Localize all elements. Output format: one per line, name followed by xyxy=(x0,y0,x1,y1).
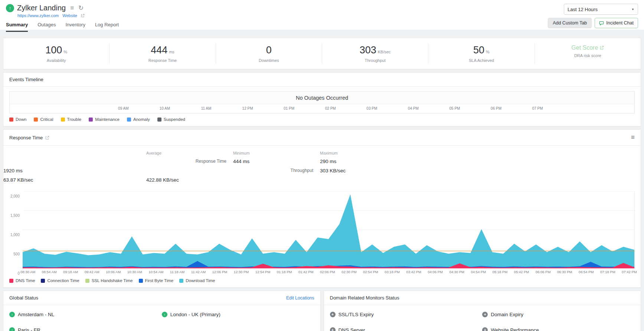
response-time-card: Response Time ≡ AverageMinimumMaximumRes… xyxy=(3,129,641,288)
x-tick-label: 02:06 PM xyxy=(320,270,335,274)
location-name: Paris - FR xyxy=(18,327,40,331)
stat-value-downtimes: 0 xyxy=(216,44,322,56)
legend-swatch xyxy=(89,117,93,122)
legend-item-critical: Critical xyxy=(34,117,53,122)
legend-item-dns-time[interactable]: DNS Time xyxy=(9,278,35,283)
monitor-website-performance[interactable]: +Website Performance xyxy=(482,327,635,331)
outage-timeline-band[interactable]: No Outages Occurred 09 AM10 AM11 AM12 PM… xyxy=(9,91,635,113)
hour-label: 09 AM xyxy=(118,106,128,110)
events-legend: DownCriticalTroubleMaintenanceAnomalySus… xyxy=(3,113,641,126)
stat-value-throughput: 303KB/sec xyxy=(322,44,428,56)
x-tick-label: 07:42 PM xyxy=(622,270,637,274)
status-up-icon: ↑ xyxy=(9,312,15,317)
legend-label: Download Time xyxy=(186,278,215,283)
stat-label: Availability xyxy=(3,58,109,63)
hour-label: 03 PM xyxy=(366,106,377,110)
cell-value: 290 ms xyxy=(320,157,641,166)
hour-label: 05 PM xyxy=(450,106,460,110)
col-header-maximum: Maximum xyxy=(320,149,641,157)
legend-item-suspended: Suspended xyxy=(157,117,185,122)
monitor-name: Domain Expiry xyxy=(491,312,523,317)
locations-grid: ↑Amsterdam - NL↑London - UK (Primary)↑Pa… xyxy=(3,305,320,331)
page-header: ↑ Zylker Landing ≡ ↻ https://www.zylker.… xyxy=(0,0,644,30)
legend-label: Anomaly xyxy=(133,117,150,122)
monitor-name: SSL/TLS Expiry xyxy=(339,312,374,317)
x-tick-label: 05:18 PM xyxy=(493,270,508,274)
expand-chart-icon[interactable] xyxy=(45,136,49,140)
chevron-down-icon: ▼ xyxy=(631,8,634,11)
response-time-table: AverageMinimumMaximumResponse Time444 ms… xyxy=(3,146,641,186)
stat-sla-achieved: 50%SLA Achieved xyxy=(428,43,534,64)
add-custom-tab-button[interactable]: Add Custom Tab xyxy=(548,18,592,28)
stat-value-sla-achieved: 50% xyxy=(428,44,534,56)
legend-item-first-byte-time[interactable]: First Byte Time xyxy=(139,278,174,283)
incident-chat-button[interactable]: Incident Chat xyxy=(595,18,638,28)
chart-menu-icon[interactable]: ≡ xyxy=(631,134,635,141)
stat-unit: % xyxy=(63,50,67,54)
x-tick-label: 09:42 AM xyxy=(85,270,99,274)
x-tick-label: 04:54 PM xyxy=(471,270,486,274)
spacer xyxy=(3,157,146,166)
response-time-chart[interactable] xyxy=(23,191,635,268)
domain-monitors-card: Domain Related Monitors Status +SSL/TLS … xyxy=(324,291,641,331)
legend-item-download-time[interactable]: Download Time xyxy=(179,278,215,283)
hamburger-menu-icon[interactable]: ≡ xyxy=(70,5,74,11)
monitor-ssl-tls-expiry[interactable]: +SSL/TLS Expiry xyxy=(330,312,483,317)
location-name: London - UK (Primary) xyxy=(170,312,220,317)
expand-plus-icon: + xyxy=(482,327,488,331)
x-tick-label: 05:42 PM xyxy=(514,270,529,274)
expand-plus-icon: + xyxy=(482,312,488,317)
status-up-icon: ↑ xyxy=(162,312,167,317)
stat-unit: KB/sec xyxy=(378,50,391,54)
hour-label: 10 AM xyxy=(160,106,170,110)
edit-locations-link[interactable]: Edit Locations xyxy=(286,295,314,301)
monitor-title: Zylker Landing xyxy=(17,4,66,12)
legend-swatch xyxy=(41,279,45,283)
monitor-domain-expiry[interactable]: +Domain Expiry xyxy=(482,312,635,317)
summary-stats-strip: 100%Availability444msResponse Time0Downt… xyxy=(3,38,641,69)
expand-plus-icon: + xyxy=(330,312,336,317)
legend-item-maintenance: Maintenance xyxy=(89,117,120,122)
x-tick-label: 02:30 PM xyxy=(341,270,357,274)
legend-item-ssl-handshake-time[interactable]: SSL Handshake Time xyxy=(85,278,133,283)
tab-log-report[interactable]: Log Report xyxy=(95,22,119,32)
x-tick-label: 11:18 AM xyxy=(170,270,184,274)
stat-value-dra-risk-score[interactable]: Get Score xyxy=(571,44,604,51)
col-header-minimum: Minimum xyxy=(233,149,320,157)
no-outages-message: No Outages Occurred xyxy=(10,92,634,104)
legend-swatch xyxy=(85,279,89,283)
location-london-uk-primary[interactable]: ↑London - UK (Primary) xyxy=(162,312,314,317)
y-tick-label: 2,000 xyxy=(10,194,20,198)
events-timeline-card: Events Timeline No Outages Occurred 09 A… xyxy=(3,72,641,126)
tab-summary[interactable]: Summary xyxy=(6,22,28,32)
tab-outages[interactable]: Outages xyxy=(37,22,56,32)
global-status-title: Global Status xyxy=(9,295,38,301)
external-link-icon[interactable] xyxy=(81,14,85,17)
legend-swatch xyxy=(9,279,13,283)
monitor-type-link[interactable]: Website xyxy=(62,13,77,18)
row-label-response-time: Response Time xyxy=(146,157,233,166)
hour-label: 04 PM xyxy=(408,106,419,110)
hour-label: 02 PM xyxy=(325,106,336,110)
legend-item-connection-time[interactable]: Connection Time xyxy=(41,278,79,283)
location-paris-fr[interactable]: ↑Paris - FR xyxy=(9,327,162,331)
x-tick-label: 10:30 AM xyxy=(127,270,142,274)
response-time-title: Response Time xyxy=(9,135,43,140)
monitor-name: Website Performance xyxy=(491,327,539,331)
y-tick-label: 1,000 xyxy=(10,233,20,237)
x-tick-label: 06:30 PM xyxy=(557,270,572,274)
refresh-icon[interactable]: ↻ xyxy=(78,5,84,11)
chart-y-axis: 05001,0001,5002,000 xyxy=(6,191,23,268)
monitor-url-link[interactable]: https://www.zylker.com xyxy=(17,13,59,18)
x-tick-label: 12:30 PM xyxy=(234,270,249,274)
tab-inventory[interactable]: Inventory xyxy=(65,22,85,32)
location-amsterdam-nl[interactable]: ↑Amsterdam - NL xyxy=(9,312,162,317)
legend-label: Critical xyxy=(40,117,53,122)
monitor-dns-server[interactable]: +DNS Server xyxy=(330,327,483,331)
time-range-select[interactable]: Last 12 Hours ▼ xyxy=(564,4,638,15)
stat-label: SLA Achieved xyxy=(428,58,534,63)
stat-label: Downtimes xyxy=(216,58,322,63)
stat-throughput: 303KB/secThroughput xyxy=(322,43,428,64)
cell-value: 1920 ms xyxy=(3,166,146,175)
monitor-name: DNS Server xyxy=(339,327,365,331)
